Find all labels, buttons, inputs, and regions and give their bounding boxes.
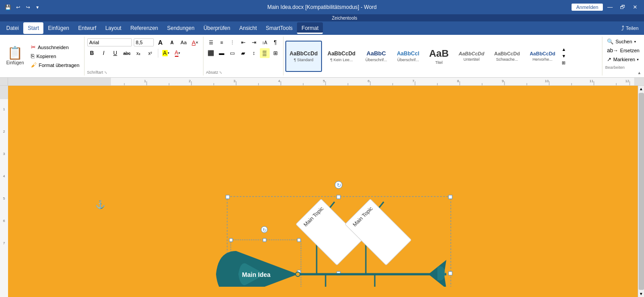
justify-button[interactable]: ▰: [238, 48, 248, 58]
strikethrough-button[interactable]: abc: [122, 48, 132, 58]
font-shrink-button[interactable]: A: [167, 38, 177, 47]
format-paint-icon: 🖌: [31, 62, 37, 68]
restore-button[interactable]: 🗗: [617, 2, 628, 13]
copy-icon: ⎘: [31, 53, 34, 59]
border-button[interactable]: ⊞: [271, 48, 280, 58]
style-emphasis[interactable]: AaBbCcDd Hervorhe...: [525, 41, 559, 72]
align-right-button[interactable]: ▭: [228, 48, 237, 58]
font-size-input[interactable]: [134, 38, 154, 46]
svg-rect-49: [226, 195, 229, 199]
show-marks-button[interactable]: ¶: [271, 38, 280, 47]
sort-button[interactable]: ↕A: [260, 38, 270, 47]
menu-start[interactable]: Start: [23, 22, 43, 34]
svg-text:7: 7: [3, 241, 5, 245]
align-center-button[interactable]: ▬: [217, 48, 227, 58]
teilen-button[interactable]: ⤴ Teilen: [618, 23, 642, 33]
align-left-button[interactable]: ⬛: [206, 48, 216, 58]
style-heading2[interactable]: AaBbCcl Überschrif...: [392, 41, 424, 72]
svg-text:11: 11: [589, 79, 593, 83]
menu-referenzen[interactable]: Referenzen: [126, 22, 162, 34]
style-heading1-preview: AaBbC: [367, 50, 386, 57]
style-emphasis-label: Hervorhe...: [533, 57, 553, 62]
numbered-list-button[interactable]: ≡: [217, 38, 227, 47]
style-subtitle-preview: AaBbCcDd: [458, 51, 484, 56]
style-title[interactable]: AaB Titel: [424, 41, 453, 72]
font-case-button[interactable]: Aa: [179, 38, 189, 47]
italic-button[interactable]: I: [99, 48, 109, 58]
paragraph-group-label: Absatz⤡: [206, 69, 280, 75]
canvas[interactable]: ⚓ ↻: [8, 86, 638, 297]
line-spacing-button[interactable]: ↕: [249, 48, 259, 58]
svg-text:5: 5: [323, 79, 325, 83]
ruler-svg: 1 2 3 4 5 6 7 8 9 10: [8, 78, 644, 86]
close-button[interactable]: ✕: [630, 2, 640, 13]
menu-format[interactable]: Format: [297, 22, 323, 34]
style-no-spacing[interactable]: AaBbCcDd ¶ Kein Lee...: [323, 41, 360, 72]
ruler-corner: [0, 78, 8, 85]
edit-group-label: Bearbeiten: [605, 64, 641, 70]
svg-rect-50: [337, 195, 340, 199]
scroll-up-button[interactable]: ▲: [638, 86, 644, 92]
search-button[interactable]: 🔍 Suchen ▾: [605, 38, 641, 46]
style-title-label: Titel: [435, 60, 443, 65]
scroll-down-button[interactable]: ▼: [638, 291, 644, 297]
svg-text:1: 1: [144, 79, 146, 83]
cut-button[interactable]: ✂ Ausschneiden: [29, 43, 81, 51]
style-standard-label: ¶ Standard: [294, 58, 314, 62]
font-family-input[interactable]: [87, 38, 132, 46]
style-subtitle[interactable]: AaBbCcDd Untertitel: [454, 41, 488, 72]
shading-button[interactable]: ▒: [260, 48, 270, 58]
menu-layout[interactable]: Layout: [101, 22, 126, 34]
subscript-button[interactable]: x₂: [134, 48, 144, 58]
search-icon: 🔍: [607, 38, 614, 45]
menu-einfuegen[interactable]: Einfügen: [43, 22, 73, 34]
paste-button[interactable]: 📋 Einfügen: [3, 38, 27, 75]
customize-button[interactable]: ▾: [33, 3, 42, 12]
underline-button[interactable]: U: [110, 48, 120, 58]
styles-expand-button[interactable]: ⊞: [562, 60, 566, 65]
svg-rect-84: [345, 199, 411, 265]
save-button[interactable]: 💾: [4, 3, 13, 12]
svg-text:1: 1: [3, 107, 5, 111]
svg-text:12: 12: [625, 79, 629, 83]
menu-uberpruefen[interactable]: Überprüfen: [199, 22, 235, 34]
ribbon-collapse-button[interactable]: ▲: [637, 71, 641, 75]
menu-smarttools[interactable]: SmartTools: [261, 22, 297, 34]
styles-down-button[interactable]: ▼: [562, 54, 566, 59]
format-paint-button[interactable]: 🖌 Format übertragen: [29, 61, 81, 69]
clear-format-button[interactable]: A ✕: [191, 38, 200, 47]
indent-button[interactable]: ⇥: [249, 38, 259, 47]
svg-rect-62: [263, 238, 266, 242]
paste-label: Einfügen: [6, 60, 24, 65]
menu-sendungen[interactable]: Sendungen: [163, 22, 199, 34]
anmelden-button[interactable]: Anmelden: [572, 4, 603, 11]
superscript-button[interactable]: x²: [145, 48, 155, 58]
outline-list-button[interactable]: ⋮: [228, 38, 237, 47]
svg-text:9: 9: [502, 79, 504, 83]
scroll-thumb[interactable]: [639, 93, 644, 290]
copy-button[interactable]: ⎘ Kopieren: [29, 52, 81, 60]
bold-button[interactable]: B: [87, 48, 97, 58]
font-grow-button[interactable]: A: [156, 38, 165, 47]
style-subtle-emphasis[interactable]: AaBbCcDd Schwache...: [490, 41, 524, 72]
redo-button[interactable]: ↪: [23, 3, 32, 12]
font-color-button[interactable]: A ▾: [173, 48, 182, 58]
svg-point-73: [296, 272, 300, 276]
style-heading1[interactable]: AaBbC Überschrif...: [361, 41, 392, 72]
bullet-list-button[interactable]: ☰: [206, 38, 216, 47]
highlight-button[interactable]: A ▾: [161, 48, 171, 58]
menu-entwurf[interactable]: Entwurf: [74, 22, 101, 34]
undo-button[interactable]: ↩: [13, 3, 22, 12]
style-standard[interactable]: AaBbCcDd ¶ Standard: [285, 41, 322, 72]
svg-text:3: 3: [233, 79, 236, 83]
menu-ansicht[interactable]: Ansicht: [235, 22, 261, 34]
minimize-button[interactable]: —: [605, 2, 615, 13]
replace-button[interactable]: ab→ Ersetzen: [605, 46, 641, 54]
select-button[interactable]: ↗ Markieren ▾: [605, 55, 641, 63]
menu-datei[interactable]: Datei: [2, 22, 23, 34]
outdent-button[interactable]: ⇤: [238, 38, 248, 47]
styles-up-button[interactable]: ▲: [562, 47, 566, 52]
style-subtitle-label: Untertitel: [463, 57, 479, 62]
ribbon: 📋 Einfügen ✂ Ausschneiden ⎘ Kopieren 🖌 F…: [0, 35, 644, 78]
vertical-scrollbar[interactable]: ▲ ▼: [638, 86, 644, 297]
